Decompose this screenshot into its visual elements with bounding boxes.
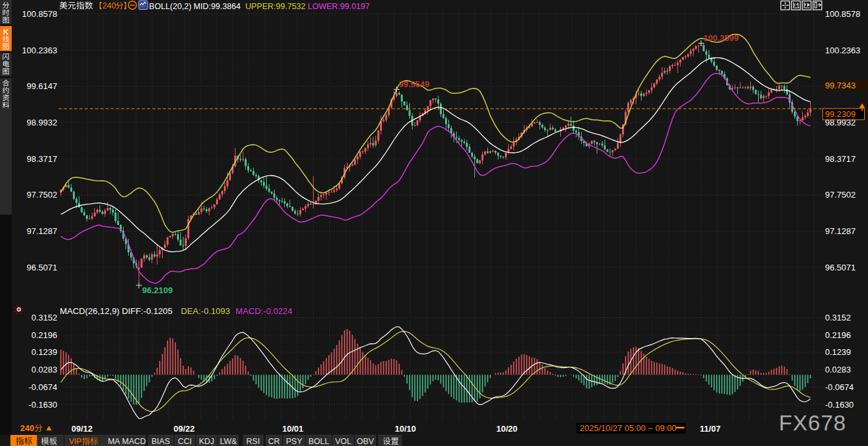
svg-text:-0.1630: -0.1630 [825, 400, 854, 410]
svg-text:100.8578: 100.8578 [825, 9, 860, 19]
svg-text:99.5549: 99.5549 [399, 79, 429, 89]
svg-text:99.7343: 99.7343 [825, 81, 856, 90]
svg-text:0.2196: 0.2196 [825, 330, 851, 340]
svg-text:96.5071: 96.5071 [825, 263, 856, 272]
svg-text:FX678: FX678 [779, 411, 847, 435]
svg-text:PSY: PSY [286, 437, 303, 446]
svg-text:-0.1630: -0.1630 [29, 400, 57, 410]
svg-text:100.2363: 100.2363 [825, 46, 860, 55]
svg-text:96.2109: 96.2109 [142, 285, 173, 295]
svg-text:0.2196: 0.2196 [31, 330, 57, 340]
svg-text:DEA:-0.1093: DEA:-0.1093 [181, 306, 230, 316]
svg-text:10/20: 10/20 [496, 424, 518, 434]
svg-text:2025/10/27 05:00 ~ 09:00: 2025/10/27 05:00 ~ 09:00 [580, 423, 677, 433]
svg-text:BOLL: BOLL [308, 437, 329, 446]
svg-text:99.2309: 99.2309 [825, 109, 856, 119]
svg-text:97.7502: 97.7502 [27, 190, 57, 200]
svg-text:CR: CR [268, 437, 280, 446]
svg-text:LOWER:99.0197: LOWER:99.0197 [308, 2, 370, 11]
svg-text:10/01: 10/01 [282, 424, 304, 434]
svg-text:100.2363: 100.2363 [22, 46, 57, 55]
svg-text:100.8578: 100.8578 [22, 9, 57, 19]
svg-text:98.9932: 98.9932 [27, 118, 57, 127]
svg-text:11/07: 11/07 [700, 424, 721, 434]
svg-text:CCI: CCI [178, 437, 192, 446]
svg-text:98.3717: 98.3717 [825, 154, 856, 164]
svg-text:MACD: MACD [122, 437, 146, 446]
svg-text:240: 240 [20, 423, 34, 433]
svg-text:0.0283: 0.0283 [825, 365, 851, 374]
svg-text:97.7502: 97.7502 [825, 190, 856, 200]
svg-text:09/12: 09/12 [72, 424, 93, 434]
svg-text:96.5071: 96.5071 [27, 263, 57, 272]
svg-text:MA: MA [108, 437, 120, 446]
svg-text:99.6147: 99.6147 [27, 81, 57, 91]
svg-text:BIAS: BIAS [152, 437, 170, 446]
svg-text:-0.0674: -0.0674 [29, 382, 57, 392]
svg-text:VIP: VIP [69, 437, 81, 446]
svg-text:0.3152: 0.3152 [31, 313, 57, 322]
svg-text:97.1287: 97.1287 [825, 226, 856, 236]
svg-text:LW&: LW& [220, 437, 237, 446]
svg-text:0.1239: 0.1239 [31, 347, 57, 357]
svg-text:OBV: OBV [357, 437, 374, 446]
svg-text:RSI: RSI [247, 437, 260, 446]
svg-text:MACD:-0.0224: MACD:-0.0224 [236, 306, 292, 316]
svg-text:KDJ: KDJ [199, 437, 215, 446]
svg-text:0.0283: 0.0283 [31, 365, 57, 374]
svg-text:09/22: 09/22 [174, 424, 195, 434]
svg-text:VOL: VOL [335, 437, 351, 446]
svg-text:0.3152: 0.3152 [825, 313, 851, 322]
svg-text:100.3599: 100.3599 [703, 33, 739, 43]
svg-text:-0.0674: -0.0674 [825, 382, 854, 392]
svg-text:0.1239: 0.1239 [825, 347, 851, 357]
svg-text:240: 240 [102, 1, 116, 10]
svg-text:10/10: 10/10 [395, 424, 416, 434]
svg-text:MACD(26,12,9) DIFF:-0.1205: MACD(26,12,9) DIFF:-0.1205 [60, 306, 172, 316]
svg-text:UPPER:99.7532: UPPER:99.7532 [245, 2, 305, 11]
svg-text:BOLL(20,2) MID:99.3864: BOLL(20,2) MID:99.3864 [149, 2, 241, 11]
svg-text:K: K [3, 28, 8, 36]
svg-text:97.1287: 97.1287 [27, 226, 57, 236]
svg-text:98.3717: 98.3717 [27, 154, 57, 164]
